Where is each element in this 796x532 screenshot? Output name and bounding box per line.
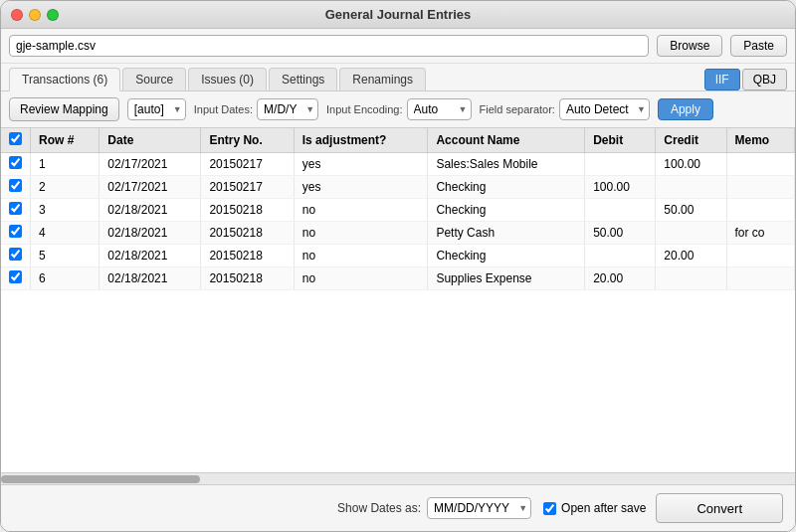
cell-date: 02/18/2021	[100, 222, 201, 245]
open-after-save-checkbox[interactable]	[543, 502, 556, 515]
cell-date: 02/18/2021	[100, 245, 201, 267]
open-after-save-text: Open after save	[561, 501, 646, 515]
row-checkbox-cell	[1, 176, 31, 199]
table-row: 5 02/18/2021 20150218 no Checking 20.00	[1, 245, 795, 267]
cell-memo	[726, 199, 795, 222]
row-checkbox-cell	[1, 153, 31, 176]
cell-is-adj: no	[294, 245, 428, 267]
cell-row-num: 5	[31, 245, 100, 267]
cell-date: 02/18/2021	[100, 199, 201, 222]
row-checkbox[interactable]	[9, 225, 22, 238]
horizontal-scrollbar[interactable]	[1, 472, 795, 484]
cell-memo	[726, 245, 795, 267]
row-checkbox[interactable]	[9, 202, 22, 215]
row-checkbox[interactable]	[9, 270, 22, 283]
cell-is-adj: no	[294, 222, 428, 245]
col-entry-no: Entry No.	[201, 128, 294, 153]
right-panel: Open after save Convert	[543, 493, 783, 523]
scrollbar-thumb[interactable]	[1, 475, 200, 483]
cell-debit: 50.00	[585, 222, 656, 245]
field-separator-label: Field separator:	[480, 103, 555, 115]
field-separator-select[interactable]: Auto Detect Comma Tab Semicolon	[559, 98, 650, 120]
cell-row-num: 1	[31, 153, 100, 176]
table-row: 4 02/18/2021 20150218 no Petty Cash 50.0…	[1, 222, 795, 245]
col-row-num: Row #	[31, 128, 100, 153]
tab-issues[interactable]: Issues (0)	[188, 68, 267, 90]
input-encoding-select[interactable]: Auto UTF-8 Latin-1	[407, 98, 472, 120]
cell-date: 02/17/2021	[100, 153, 201, 176]
cell-account: Supplies Expense	[428, 267, 585, 290]
tabs-row: Transactions (6) Source Issues (0) Setti…	[1, 64, 795, 91]
bottom-bar: Show Dates as: MM/DD/YYYY DD/MM/YYYY YYY…	[1, 484, 795, 531]
col-debit: Debit	[585, 128, 656, 153]
cell-credit: 50.00	[656, 199, 726, 222]
cell-credit	[656, 267, 726, 290]
show-dates-group: Show Dates as: MM/DD/YYYY DD/MM/YYYY YYY…	[337, 497, 531, 519]
cell-is-adj: no	[294, 267, 428, 290]
tab-source[interactable]: Source	[122, 68, 186, 90]
close-button[interactable]	[11, 9, 23, 21]
tab-renamings[interactable]: Renamings	[339, 68, 426, 90]
col-date: Date	[100, 128, 201, 153]
tab-settings[interactable]: Settings	[269, 68, 337, 90]
row-checkbox-cell	[1, 222, 31, 245]
cell-account: Petty Cash	[428, 222, 585, 245]
field-separator-select-wrap: Auto Detect Comma Tab Semicolon ▼	[559, 98, 650, 120]
row-checkbox[interactable]	[9, 156, 22, 169]
convert-button[interactable]: Convert	[656, 493, 783, 523]
maximize-button[interactable]	[47, 9, 59, 21]
cell-row-num: 4	[31, 222, 100, 245]
auto-select-wrap: [auto] ▼	[127, 98, 186, 120]
row-checkbox-cell	[1, 267, 31, 290]
col-account: Account Name	[428, 128, 585, 153]
window-title: General Journal Entries	[325, 7, 472, 22]
cell-entry-no: 20150217	[201, 176, 294, 199]
table-row: 1 02/17/2021 20150217 yes Sales:Sales Mo…	[1, 153, 795, 176]
format-iif-button[interactable]: IIF	[704, 69, 740, 90]
row-checkbox[interactable]	[9, 248, 22, 261]
cell-is-adj: no	[294, 199, 428, 222]
open-after-save-label[interactable]: Open after save	[543, 501, 646, 515]
table-header-row: Row # Date Entry No. Is adjustment? Acco…	[1, 128, 795, 153]
cell-date: 02/17/2021	[100, 176, 201, 199]
cell-credit	[656, 176, 726, 199]
cell-entry-no: 20150217	[201, 153, 294, 176]
col-is-adj: Is adjustment?	[294, 128, 428, 153]
cell-entry-no: 20150218	[201, 222, 294, 245]
cell-row-num: 2	[31, 176, 100, 199]
cell-date: 02/18/2021	[100, 267, 201, 290]
main-window: General Journal Entries Browse Paste Tra…	[0, 0, 796, 532]
paste-button[interactable]: Paste	[730, 35, 787, 57]
cell-debit	[585, 199, 656, 222]
select-all-checkbox[interactable]	[9, 132, 22, 145]
format-qbj-button[interactable]: QBJ	[742, 69, 787, 90]
cell-is-adj: yes	[294, 153, 428, 176]
input-dates-label: Input Dates:	[194, 103, 253, 115]
cell-memo	[726, 153, 795, 176]
table-row: 2 02/17/2021 20150217 yes Checking 100.0…	[1, 176, 795, 199]
row-checkbox[interactable]	[9, 179, 22, 192]
show-dates-select-wrap: MM/DD/YYYY DD/MM/YYYY YYYY/MM/DD ▼	[427, 497, 531, 519]
tab-transactions[interactable]: Transactions (6)	[9, 68, 120, 91]
transactions-table: Row # Date Entry No. Is adjustment? Acco…	[1, 128, 795, 290]
table-body: 1 02/17/2021 20150217 yes Sales:Sales Mo…	[1, 153, 795, 290]
table-row: 3 02/18/2021 20150218 no Checking 50.00	[1, 199, 795, 222]
toolbar: Browse Paste	[1, 29, 795, 64]
cell-credit: 20.00	[656, 245, 726, 267]
titlebar: General Journal Entries	[1, 1, 795, 29]
window-controls	[11, 9, 59, 21]
review-mapping-button[interactable]: Review Mapping	[9, 97, 119, 121]
apply-button[interactable]: Apply	[658, 98, 713, 120]
file-path-input[interactable]	[9, 35, 649, 57]
input-dates-select[interactable]: M/D/Y D/M/Y Y/M/D	[257, 98, 318, 120]
cell-memo	[726, 176, 795, 199]
cell-debit	[585, 153, 656, 176]
auto-select[interactable]: [auto]	[127, 98, 186, 120]
show-dates-select[interactable]: MM/DD/YYYY DD/MM/YYYY YYYY/MM/DD	[427, 497, 531, 519]
input-encoding-group: Input Encoding: Auto UTF-8 Latin-1 ▼	[326, 98, 471, 120]
input-encoding-label: Input Encoding:	[326, 103, 402, 115]
minimize-button[interactable]	[29, 9, 41, 21]
content-area: Review Mapping [auto] ▼ Input Dates: M/D…	[1, 91, 795, 484]
cell-entry-no: 20150218	[201, 199, 294, 222]
browse-button[interactable]: Browse	[657, 35, 722, 57]
